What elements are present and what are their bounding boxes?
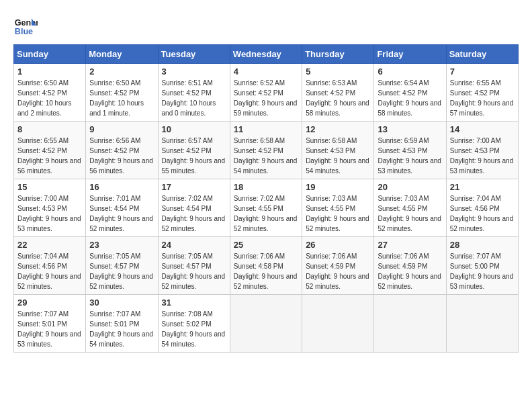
calendar-cell: 10 Sunrise: 6:57 AM Sunset: 4:52 PM Dayl… <box>158 122 230 179</box>
day-info: Sunrise: 7:03 AM Sunset: 4:55 PM Dayligh… <box>306 193 370 234</box>
header-cell-sunday: Sunday <box>14 45 86 64</box>
calendar-cell: 13 Sunrise: 6:59 AM Sunset: 4:53 PM Dayl… <box>374 122 446 179</box>
day-number: 11 <box>234 124 298 134</box>
day-number: 3 <box>162 66 226 77</box>
calendar-cell: 29 Sunrise: 7:07 AM Sunset: 5:01 PM Dayl… <box>14 295 86 353</box>
day-info: Sunrise: 6:55 AM Sunset: 4:52 PM Dayligh… <box>450 78 515 118</box>
day-info: Sunrise: 7:06 AM Sunset: 4:58 PM Dayligh… <box>234 251 298 291</box>
day-info: Sunrise: 6:58 AM Sunset: 4:53 PM Dayligh… <box>306 136 370 176</box>
day-number: 23 <box>89 240 154 250</box>
day-number: 24 <box>162 240 226 250</box>
day-info: Sunrise: 7:03 AM Sunset: 4:55 PM Dayligh… <box>378 193 442 234</box>
logo: General Blue <box>13 13 38 38</box>
calendar-cell: 12 Sunrise: 6:58 AM Sunset: 4:53 PM Dayl… <box>302 122 374 179</box>
calendar-cell: 22 Sunrise: 7:04 AM Sunset: 4:56 PM Dayl… <box>14 237 86 295</box>
header: General Blue <box>13 13 519 38</box>
day-info: Sunrise: 6:55 AM Sunset: 4:52 PM Dayligh… <box>17 136 82 176</box>
day-number: 5 <box>306 66 370 77</box>
calendar-table: SundayMondayTuesdayWednesdayThursdayFrid… <box>13 44 519 353</box>
calendar-cell: 9 Sunrise: 6:56 AM Sunset: 4:52 PM Dayli… <box>86 122 158 179</box>
day-info: Sunrise: 6:57 AM Sunset: 4:52 PM Dayligh… <box>162 136 226 176</box>
calendar-cell <box>446 295 518 353</box>
day-number: 9 <box>89 124 154 134</box>
day-info: Sunrise: 6:50 AM Sunset: 4:52 PM Dayligh… <box>89 78 154 118</box>
day-info: Sunrise: 6:54 AM Sunset: 4:52 PM Dayligh… <box>378 78 442 118</box>
header-cell-tuesday: Tuesday <box>158 45 230 64</box>
calendar-cell: 17 Sunrise: 7:02 AM Sunset: 4:54 PM Dayl… <box>158 179 230 237</box>
day-info: Sunrise: 7:02 AM Sunset: 4:55 PM Dayligh… <box>234 193 298 234</box>
header-cell-wednesday: Wednesday <box>230 45 302 64</box>
logo-icon: General Blue <box>13 13 38 38</box>
calendar-cell <box>374 295 446 353</box>
calendar-cell: 4 Sunrise: 6:52 AM Sunset: 4:52 PM Dayli… <box>230 64 302 122</box>
day-info: Sunrise: 7:06 AM Sunset: 4:59 PM Dayligh… <box>306 251 370 291</box>
calendar-cell: 3 Sunrise: 6:51 AM Sunset: 4:52 PM Dayli… <box>158 64 230 122</box>
day-info: Sunrise: 7:08 AM Sunset: 5:02 PM Dayligh… <box>162 309 226 349</box>
day-info: Sunrise: 7:00 AM Sunset: 4:53 PM Dayligh… <box>17 193 82 234</box>
calendar-cell: 28 Sunrise: 7:07 AM Sunset: 5:00 PM Dayl… <box>446 237 518 295</box>
calendar-cell: 20 Sunrise: 7:03 AM Sunset: 4:55 PM Dayl… <box>374 179 446 237</box>
day-number: 20 <box>378 182 442 192</box>
week-row-3: 15 Sunrise: 7:00 AM Sunset: 4:53 PM Dayl… <box>14 179 519 237</box>
day-number: 4 <box>234 66 298 77</box>
calendar-cell: 5 Sunrise: 6:53 AM Sunset: 4:52 PM Dayli… <box>302 64 374 122</box>
day-number: 14 <box>450 124 515 134</box>
day-number: 28 <box>450 240 515 250</box>
calendar-cell: 19 Sunrise: 7:03 AM Sunset: 4:55 PM Dayl… <box>302 179 374 237</box>
day-info: Sunrise: 7:02 AM Sunset: 4:54 PM Dayligh… <box>162 193 226 234</box>
day-info: Sunrise: 6:53 AM Sunset: 4:52 PM Dayligh… <box>306 78 370 118</box>
day-number: 15 <box>17 182 82 192</box>
day-number: 25 <box>234 240 298 250</box>
calendar-cell: 16 Sunrise: 7:01 AM Sunset: 4:54 PM Dayl… <box>86 179 158 237</box>
day-number: 29 <box>17 298 82 308</box>
day-number: 21 <box>450 182 515 192</box>
calendar-cell: 18 Sunrise: 7:02 AM Sunset: 4:55 PM Dayl… <box>230 179 302 237</box>
week-row-4: 22 Sunrise: 7:04 AM Sunset: 4:56 PM Dayl… <box>14 237 519 295</box>
day-info: Sunrise: 7:04 AM Sunset: 4:56 PM Dayligh… <box>17 251 82 291</box>
calendar-cell: 11 Sunrise: 6:58 AM Sunset: 4:52 PM Dayl… <box>230 122 302 179</box>
header-cell-saturday: Saturday <box>446 45 518 64</box>
day-number: 7 <box>450 66 515 77</box>
day-number: 22 <box>17 240 82 250</box>
day-number: 13 <box>378 124 442 134</box>
day-info: Sunrise: 7:01 AM Sunset: 4:54 PM Dayligh… <box>89 193 154 234</box>
day-info: Sunrise: 7:07 AM Sunset: 5:00 PM Dayligh… <box>450 251 515 291</box>
day-number: 10 <box>162 124 226 134</box>
calendar-header-row: SundayMondayTuesdayWednesdayThursdayFrid… <box>14 45 519 64</box>
day-number: 19 <box>306 182 370 192</box>
calendar-cell: 26 Sunrise: 7:06 AM Sunset: 4:59 PM Dayl… <box>302 237 374 295</box>
calendar-cell: 15 Sunrise: 7:00 AM Sunset: 4:53 PM Dayl… <box>14 179 86 237</box>
day-number: 8 <box>17 124 82 134</box>
day-info: Sunrise: 7:07 AM Sunset: 5:01 PM Dayligh… <box>89 309 154 349</box>
day-info: Sunrise: 7:06 AM Sunset: 4:59 PM Dayligh… <box>378 251 442 291</box>
day-number: 27 <box>378 240 442 250</box>
day-info: Sunrise: 7:04 AM Sunset: 4:56 PM Dayligh… <box>450 193 515 234</box>
day-info: Sunrise: 6:56 AM Sunset: 4:52 PM Dayligh… <box>89 136 154 176</box>
day-info: Sunrise: 7:05 AM Sunset: 4:57 PM Dayligh… <box>162 251 226 291</box>
day-info: Sunrise: 6:51 AM Sunset: 4:52 PM Dayligh… <box>162 78 226 118</box>
header-cell-friday: Friday <box>374 45 446 64</box>
header-cell-monday: Monday <box>86 45 158 64</box>
day-info: Sunrise: 6:50 AM Sunset: 4:52 PM Dayligh… <box>17 78 82 118</box>
calendar-cell: 1 Sunrise: 6:50 AM Sunset: 4:52 PM Dayli… <box>14 64 86 122</box>
day-info: Sunrise: 7:05 AM Sunset: 4:57 PM Dayligh… <box>89 251 154 291</box>
day-number: 1 <box>17 66 82 77</box>
day-number: 2 <box>89 66 154 77</box>
day-number: 17 <box>162 182 226 192</box>
day-number: 30 <box>89 298 154 308</box>
day-info: Sunrise: 6:52 AM Sunset: 4:52 PM Dayligh… <box>234 78 298 118</box>
day-number: 18 <box>234 182 298 192</box>
day-info: Sunrise: 6:58 AM Sunset: 4:52 PM Dayligh… <box>234 136 298 176</box>
week-row-1: 1 Sunrise: 6:50 AM Sunset: 4:52 PM Dayli… <box>14 64 519 122</box>
day-number: 6 <box>378 66 442 77</box>
calendar-cell: 2 Sunrise: 6:50 AM Sunset: 4:52 PM Dayli… <box>86 64 158 122</box>
calendar-cell: 14 Sunrise: 7:00 AM Sunset: 4:53 PM Dayl… <box>446 122 518 179</box>
calendar-cell: 24 Sunrise: 7:05 AM Sunset: 4:57 PM Dayl… <box>158 237 230 295</box>
day-info: Sunrise: 6:59 AM Sunset: 4:53 PM Dayligh… <box>378 136 442 176</box>
calendar-cell: 8 Sunrise: 6:55 AM Sunset: 4:52 PM Dayli… <box>14 122 86 179</box>
calendar-cell <box>302 295 374 353</box>
svg-text:Blue: Blue <box>15 27 33 36</box>
day-number: 12 <box>306 124 370 134</box>
day-number: 31 <box>162 298 226 308</box>
day-info: Sunrise: 7:07 AM Sunset: 5:01 PM Dayligh… <box>17 309 82 349</box>
